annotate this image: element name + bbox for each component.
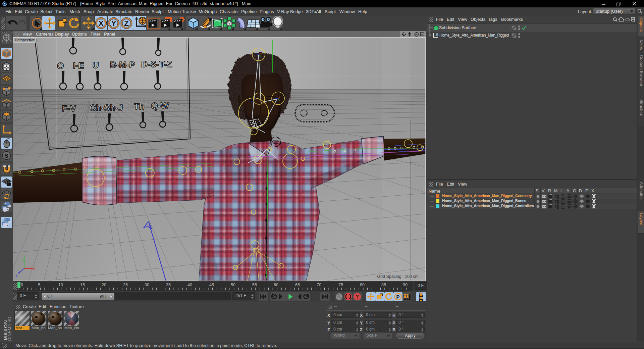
svg-text:30: 30 [145, 283, 149, 287]
svg-text:Th: Th [133, 101, 145, 111]
svg-text:?: ? [356, 294, 359, 300]
svg-text:20: 20 [102, 283, 106, 287]
svg-text:80: 80 [360, 283, 365, 287]
svg-text:Ch-Sh-J: Ch-Sh-J [89, 103, 123, 113]
svg-text:Z: Z [124, 19, 128, 28]
svg-text:70: 70 [317, 283, 321, 287]
svg-text:I-E: I-E [73, 60, 84, 70]
svg-text:U: U [92, 60, 99, 70]
svg-text:0: 0 [436, 33, 438, 37]
svg-text:B-M-P: B-M-P [110, 60, 135, 70]
svg-text:65: 65 [295, 283, 300, 287]
svg-text:F-V: F-V [62, 103, 76, 113]
svg-text:60: 60 [274, 283, 278, 287]
svg-text:Z: Z [15, 273, 18, 277]
svg-text:10: 10 [58, 283, 63, 287]
svg-text:Y: Y [111, 19, 116, 28]
svg-text:25: 25 [123, 283, 128, 287]
svg-text:X: X [99, 19, 104, 28]
svg-text:15: 15 [80, 283, 85, 287]
svg-text:P: P [396, 294, 399, 300]
svg-text:Q-W: Q-W [151, 101, 169, 111]
svg-text:Y: Y [23, 254, 26, 258]
svg-text:35: 35 [166, 283, 171, 287]
svg-text:90: 90 [403, 283, 408, 287]
svg-text:S: S [5, 153, 8, 159]
svg-text:75: 75 [338, 283, 343, 287]
svg-text:85: 85 [381, 283, 386, 287]
svg-text:D-S-T-Z: D-S-T-Z [141, 59, 173, 69]
svg-text:40: 40 [187, 283, 192, 287]
svg-text:O: O [57, 61, 64, 71]
svg-text:0: 0 [21, 283, 23, 287]
svg-text:5: 5 [38, 283, 41, 287]
svg-text:55: 55 [252, 283, 257, 287]
svg-text:X: X [33, 267, 36, 271]
svg-text:45: 45 [209, 283, 214, 287]
svg-text:50: 50 [231, 283, 235, 287]
svg-text:Grid Spacing : 100 cm: Grid Spacing : 100 cm [377, 274, 419, 279]
